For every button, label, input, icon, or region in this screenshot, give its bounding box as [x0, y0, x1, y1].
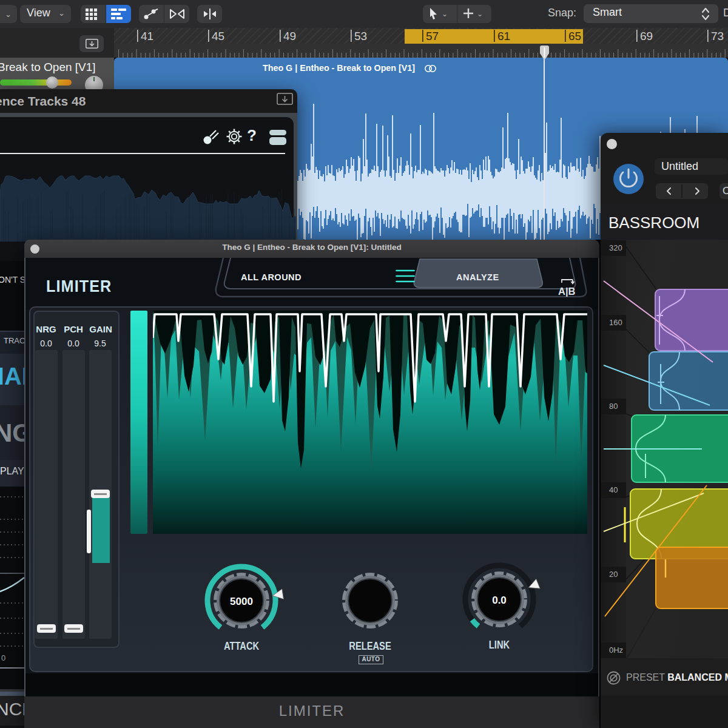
svg-text:?: ?: [247, 126, 257, 144]
svg-text:5000: 5000: [230, 596, 253, 607]
svg-text:A|B: A|B: [558, 286, 576, 297]
svg-text:0.0: 0.0: [492, 595, 507, 606]
